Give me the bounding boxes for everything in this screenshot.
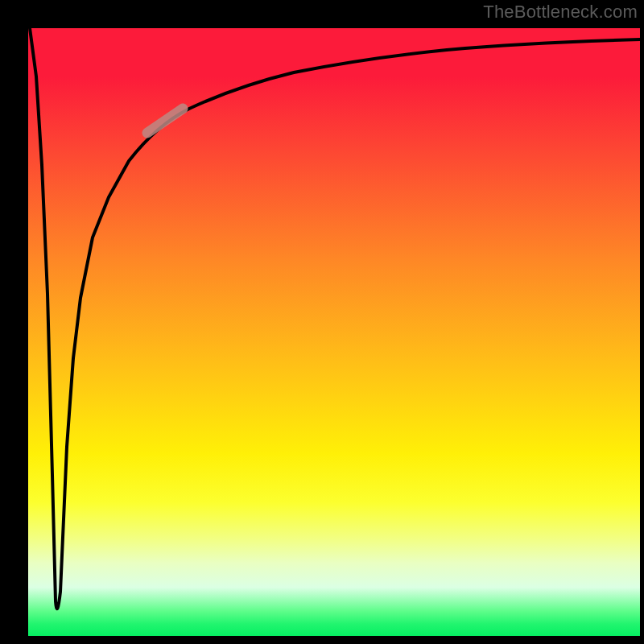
curve-svg	[28, 28, 640, 636]
curve-marker	[147, 109, 183, 133]
chart-frame: TheBottleneck.com	[0, 0, 644, 644]
watermark-text: TheBottleneck.com	[483, 2, 638, 23]
plot-area	[28, 28, 640, 636]
bottleneck-curve	[30, 28, 640, 609]
